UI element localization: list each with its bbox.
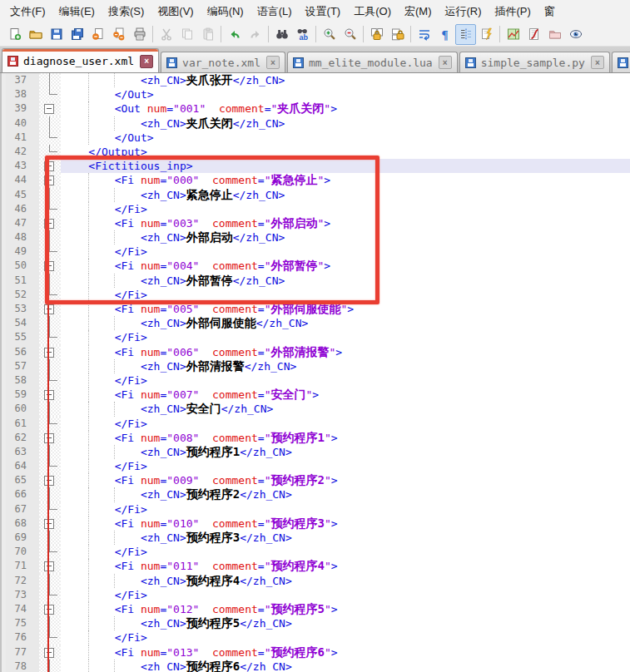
code-text[interactable]: </Fi> xyxy=(61,330,630,344)
fold-margin[interactable] xyxy=(39,402,61,416)
code-text[interactable]: <zh_CN>外部清报警</zh_CN> xyxy=(61,359,630,373)
fold-collapse-icon[interactable] xyxy=(44,304,54,314)
code-line-56[interactable]: 56 <Fi num="006" comment="外部清报警"> xyxy=(0,345,630,359)
fold-margin[interactable] xyxy=(39,101,61,116)
code-text[interactable]: </Fi> xyxy=(61,373,630,388)
code-text[interactable]: </Out> xyxy=(61,131,630,145)
code-text[interactable]: </Fi> xyxy=(61,288,630,302)
code-line-72[interactable]: 72 <zh_CN>预约程序4</zh_CN> xyxy=(0,574,630,588)
menu-item-9[interactable]: 运行(R) xyxy=(438,1,488,22)
code-text[interactable]: <Fi num="008" comment="预约程序1"> xyxy=(61,431,630,445)
code-line-57[interactable]: 57 <zh_CN>外部清报警</zh_CN> xyxy=(0,359,630,373)
code-line-37[interactable]: 37 <zh_CN>夹爪张开</zh_CN> xyxy=(0,73,630,87)
fold-collapse-icon[interactable] xyxy=(44,161,54,171)
tab-1[interactable]: var_note.xml× xyxy=(161,52,285,72)
code-line-48[interactable]: 48 <zh_CN>外部启动</zh_CN> xyxy=(0,230,630,245)
fold-margin[interactable] xyxy=(39,188,61,202)
code-line-78[interactable]: 78 <zh_CN>预约程序6</zh_CN> xyxy=(0,660,630,672)
code-line-54[interactable]: 54 <zh_CN>外部伺服使能</zh_CN> xyxy=(0,316,630,330)
code-line-49[interactable]: 49 </Fi> xyxy=(0,245,630,259)
code-text[interactable]: <Fi num="003" comment="外部启动"> xyxy=(61,216,630,230)
code-line-52[interactable]: 52 </Fi> xyxy=(0,288,630,302)
monitor-eye-button[interactable] xyxy=(565,24,586,45)
code-line-51[interactable]: 51 <zh_CN>外部暂停</zh_CN> xyxy=(0,274,630,288)
code-line-74[interactable]: 74 <Fi num="012" comment="预约程序5"> xyxy=(0,602,630,616)
code-text[interactable]: </Output> xyxy=(61,145,630,159)
fold-margin[interactable] xyxy=(39,630,61,645)
fold-margin[interactable] xyxy=(39,388,61,402)
code-text[interactable]: <zh_CN>预约程序4</zh_CN> xyxy=(61,574,630,588)
fold-margin[interactable] xyxy=(39,359,61,373)
code-text[interactable]: <zh_CN>夹爪关闭</zh_CN> xyxy=(61,116,630,131)
code-text[interactable]: </Fi> xyxy=(61,588,630,602)
fold-margin[interactable] xyxy=(39,316,61,330)
code-line-62[interactable]: 62 <Fi num="008" comment="预约程序1"> xyxy=(0,431,630,445)
fold-margin[interactable] xyxy=(39,559,61,573)
code-line-77[interactable]: 77 <Fi num="013" comment="预约程序6"> xyxy=(0,645,630,660)
fold-collapse-icon[interactable] xyxy=(44,519,54,529)
code-line-47[interactable]: 47 <Fi num="003" comment="外部启动"> xyxy=(0,216,630,230)
fold-collapse-icon[interactable] xyxy=(44,104,54,114)
fold-margin[interactable] xyxy=(39,145,61,159)
code-text[interactable]: <Fi num="004" comment="外部暂停"> xyxy=(61,259,630,273)
fold-margin[interactable] xyxy=(39,302,61,316)
code-text[interactable]: <Fi num="009" comment="预约程序2"> xyxy=(61,473,630,487)
save-all-button[interactable] xyxy=(67,24,87,45)
fold-margin[interactable] xyxy=(39,417,61,431)
code-line-69[interactable]: 69 <zh_CN>预约程序3</zh_CN> xyxy=(0,531,630,545)
code-line-73[interactable]: 73 </Fi> xyxy=(0,588,630,602)
code-line-59[interactable]: 59 <Fi num="007" comment="安全门"> xyxy=(0,388,630,402)
code-line-39[interactable]: 39 <Out num="001" comment="夹爪关闭"> xyxy=(0,101,630,116)
fold-margin[interactable] xyxy=(39,288,61,302)
fold-margin[interactable] xyxy=(39,274,61,288)
fold-margin[interactable] xyxy=(39,345,61,359)
code-line-64[interactable]: 64 </Fi> xyxy=(0,459,630,473)
undo-button[interactable] xyxy=(224,24,245,45)
fold-margin[interactable] xyxy=(39,502,61,516)
tab-close-icon[interactable]: × xyxy=(266,56,280,69)
paste-button[interactable] xyxy=(197,24,218,45)
fold-margin[interactable] xyxy=(39,116,61,131)
zoom-in-button[interactable] xyxy=(319,24,340,45)
fold-margin[interactable] xyxy=(39,473,61,487)
fold-collapse-icon[interactable] xyxy=(44,390,54,400)
code-line-76[interactable]: 76 </Fi> xyxy=(0,630,630,645)
close-doc-button[interactable] xyxy=(87,24,108,45)
code-text[interactable]: </Fi> xyxy=(61,502,630,516)
copy-button[interactable] xyxy=(176,24,197,45)
code-line-42[interactable]: 42 </Output> xyxy=(0,145,630,159)
sync-h-button[interactable] xyxy=(387,24,408,45)
code-line-66[interactable]: 66 <zh_CN>预约程序2</zh_CN> xyxy=(0,487,630,502)
fold-margin[interactable] xyxy=(39,373,61,388)
replace-button[interactable]: ab xyxy=(292,24,313,45)
open-folder-button[interactable] xyxy=(25,24,46,45)
code-line-45[interactable]: 45 <zh_CN>紧急停止</zh_CN> xyxy=(0,188,630,202)
tab-close-icon[interactable]: × xyxy=(439,56,452,69)
menu-item-4[interactable]: 编码(N) xyxy=(201,1,251,22)
menu-item-6[interactable]: 设置(T) xyxy=(299,1,348,22)
code-text[interactable]: <Fi num="010" comment="预约程序3"> xyxy=(61,516,630,531)
fold-margin[interactable] xyxy=(39,516,61,531)
print-button[interactable] xyxy=(129,24,150,45)
fold-collapse-icon[interactable] xyxy=(44,648,54,658)
word-wrap-button[interactable] xyxy=(414,24,434,45)
fold-margin[interactable] xyxy=(39,330,61,344)
fold-margin[interactable] xyxy=(39,531,61,545)
code-text[interactable]: <zh_CN>安全门</zh_CN> xyxy=(61,402,630,416)
code-text[interactable]: <zh_CN>外部暂停</zh_CN> xyxy=(61,274,630,288)
fold-margin[interactable] xyxy=(39,602,61,616)
code-text[interactable]: <zh_CN>预约程序6</zh_CN> xyxy=(61,660,630,672)
code-line-50[interactable]: 50 <Fi num="004" comment="外部暂停"> xyxy=(0,259,630,273)
code-text[interactable]: <Fi num="000" comment="紧急停止"> xyxy=(61,173,630,187)
fold-margin[interactable] xyxy=(39,202,61,216)
tab-0[interactable]: diagnose_user.xml× xyxy=(2,48,159,73)
menu-item-7[interactable]: 工具(O) xyxy=(347,1,398,22)
code-text[interactable]: </Fi> xyxy=(61,202,630,216)
code-line-68[interactable]: 68 <Fi num="010" comment="预约程序3"> xyxy=(0,516,630,531)
fold-margin[interactable] xyxy=(39,431,61,445)
code-text[interactable]: </Fi> xyxy=(61,245,630,259)
new-file-button[interactable] xyxy=(4,24,25,45)
fold-collapse-icon[interactable] xyxy=(44,261,54,271)
code-text[interactable]: <Fictitious_inp> xyxy=(61,159,630,173)
fold-margin[interactable] xyxy=(39,159,61,173)
